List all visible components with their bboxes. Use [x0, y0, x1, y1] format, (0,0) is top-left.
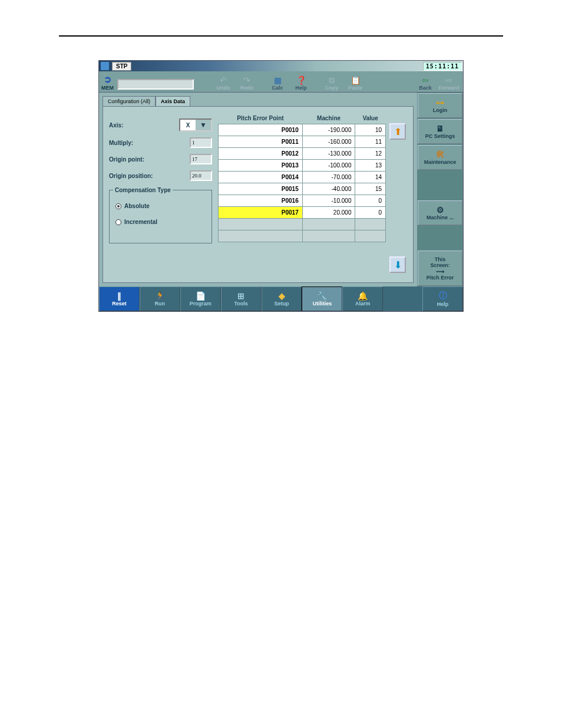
- mem-icon: ➲: [104, 74, 111, 85]
- paste-icon: 📋: [351, 75, 361, 85]
- login-button[interactable]: ⊶Login: [418, 93, 462, 118]
- pitch-error-table: Pitch Error Point Machine Value P0010-19…: [218, 113, 386, 242]
- wrench-icon: 🛠: [436, 150, 444, 159]
- origin-point-input[interactable]: [190, 154, 212, 164]
- reset-icon: ∥: [117, 291, 121, 301]
- toolbar: ➲ MEM ↶Undo ↷Redo ▦Calc ❓Help ⧉Copy 📋Pas…: [99, 71, 463, 93]
- back-icon: ⇦: [422, 75, 429, 85]
- program-icon: 📄: [196, 291, 206, 301]
- tools-button[interactable]: ⊞Tools: [221, 286, 262, 311]
- back-button[interactable]: ⇦Back: [414, 75, 437, 91]
- machine-button[interactable]: ⚙Machine ...: [418, 200, 462, 225]
- table-row[interactable]: P0010-190.00010: [219, 124, 386, 136]
- calc-icon: ▦: [274, 75, 282, 85]
- titlebar: STP 15:11:11: [99, 61, 463, 71]
- reset-button[interactable]: ∥Reset: [99, 286, 140, 311]
- scroll-down-button[interactable]: ⬇: [389, 256, 406, 273]
- table-row[interactable]: P0015-40.00015: [219, 183, 386, 195]
- utilities-icon: 🔧: [317, 291, 327, 301]
- redo-icon: ↷: [243, 75, 250, 85]
- mem-field[interactable]: [117, 79, 194, 90]
- key-icon: ⊶: [436, 98, 444, 107]
- setup-button[interactable]: ◆Setup: [262, 286, 302, 311]
- scroll-up-button[interactable]: ⬆: [389, 123, 406, 140]
- undo-button[interactable]: ↶Undo: [211, 75, 235, 91]
- clock: 15:11:11: [423, 62, 462, 71]
- copy-icon: ⧉: [329, 75, 335, 85]
- radio-incremental[interactable]: Incremental: [115, 219, 208, 225]
- table-row[interactable]: P0012-130.00012: [219, 148, 386, 160]
- compensation-type-group: Compensation Type Absolute Incremental: [109, 187, 212, 243]
- table-row[interactable]: P0016-10.0000: [219, 195, 386, 207]
- paste-button[interactable]: 📋Paste: [343, 75, 367, 91]
- col-value: Value: [355, 113, 386, 124]
- help-bottom-button[interactable]: ⓘHelp: [422, 286, 463, 311]
- col-point: Pitch Error Point: [219, 113, 303, 124]
- maintenance-button[interactable]: 🛠Maintenance: [418, 145, 462, 170]
- monitor-icon: 🖥: [436, 124, 444, 133]
- table-row: [219, 219, 386, 230]
- bottom-bar: ∥Reset 🏃Run 📄Program ⊞Tools ◆Setup 🔧Util…: [99, 286, 463, 311]
- axis-data-panel: Axis: X ▼ Multiply: Origin point:: [103, 106, 414, 283]
- mode-badge: STP: [112, 62, 131, 71]
- run-icon: 🏃: [155, 291, 165, 301]
- tabstrip: Configuration (All) Axis Data: [103, 96, 414, 106]
- undo-icon: ↶: [220, 75, 227, 85]
- multiply-input[interactable]: [190, 137, 212, 148]
- calc-button[interactable]: ▦Calc: [266, 75, 289, 91]
- tab-axis-data[interactable]: Axis Data: [156, 96, 190, 106]
- table-row: [219, 230, 386, 242]
- forward-icon: ⇨: [445, 75, 452, 85]
- multiply-label: Multiply:: [109, 140, 186, 146]
- forward-button[interactable]: ⇨Forward: [437, 75, 461, 91]
- table-row[interactable]: P0014-70.00014: [219, 172, 386, 183]
- pitch-icon: ⟿: [436, 268, 444, 275]
- info-icon: ⓘ: [439, 291, 447, 301]
- origin-point-label: Origin point:: [109, 156, 186, 163]
- axis-label: Axis:: [109, 122, 176, 129]
- radio-dot-icon: [115, 219, 121, 225]
- alarm-button[interactable]: 🔔Alarm: [342, 286, 383, 311]
- radio-dot-icon: [115, 203, 121, 209]
- this-screen-info: This Screen: ⟿ Pitch Error: [418, 251, 462, 286]
- table-row[interactable]: P0013-100.00013: [219, 160, 386, 172]
- app-window: STP 15:11:11 ➲ MEM ↶Undo ↷Redo ▦Calc ❓He…: [98, 60, 464, 312]
- tools-icon: ⊞: [237, 291, 244, 301]
- table-row[interactable]: P001720.0000: [219, 207, 386, 219]
- tab-configuration[interactable]: Configuration (All): [103, 96, 156, 106]
- origin-position-input[interactable]: [190, 170, 212, 181]
- table-row[interactable]: P0011-160.00011: [219, 136, 386, 148]
- sidebar: ⊶Login 🖥PC Settings 🛠Maintenance ⚙Machin…: [417, 93, 463, 286]
- app-logo-icon: [101, 62, 109, 70]
- run-button[interactable]: 🏃Run: [140, 286, 180, 311]
- machine-icon: ⚙: [437, 205, 444, 215]
- radio-absolute[interactable]: Absolute: [115, 203, 208, 209]
- setup-icon: ◆: [279, 291, 285, 301]
- copy-button[interactable]: ⧉Copy: [320, 75, 343, 91]
- col-machine: Machine: [302, 113, 355, 124]
- pc-settings-button[interactable]: 🖥PC Settings: [418, 119, 462, 144]
- origin-position-label: Origin position:: [109, 173, 186, 179]
- redo-button[interactable]: ↷Redo: [235, 75, 259, 91]
- alarm-icon: 🔔: [358, 291, 368, 301]
- help-button[interactable]: ❓Help: [289, 75, 313, 91]
- axis-select[interactable]: X ▼: [179, 118, 212, 131]
- utilities-button[interactable]: 🔧Utilities: [302, 286, 342, 311]
- help-icon: ❓: [296, 75, 306, 85]
- program-button[interactable]: 📄Program: [180, 286, 221, 311]
- chevron-down-icon: ▼: [196, 120, 211, 130]
- mem-button[interactable]: ➲ MEM: [101, 74, 114, 91]
